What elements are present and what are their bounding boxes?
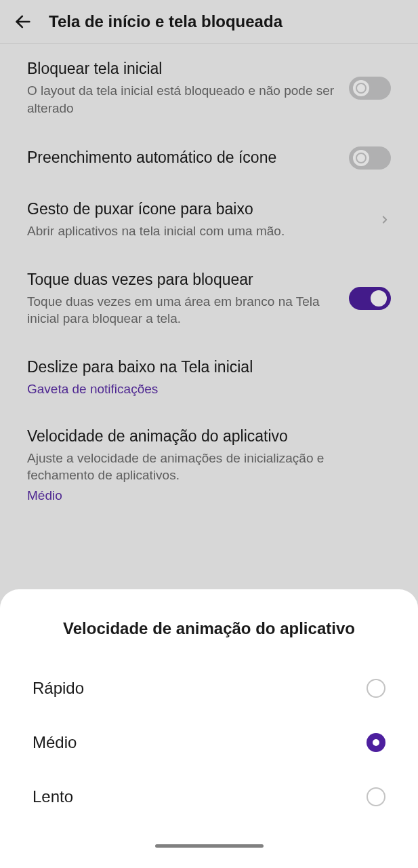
sheet-title: Velocidade de animação do aplicativo bbox=[0, 619, 418, 638]
option-medio[interactable]: Médio bbox=[0, 715, 418, 770]
option-label: Lento bbox=[33, 787, 73, 806]
radio-selected[interactable] bbox=[367, 733, 385, 752]
option-label: Médio bbox=[33, 733, 77, 752]
radio-unselected[interactable] bbox=[367, 679, 385, 698]
option-lento[interactable]: Lento bbox=[0, 770, 418, 824]
bottom-sheet: Velocidade de animação do aplicativo Ráp… bbox=[0, 589, 418, 868]
home-indicator[interactable] bbox=[155, 844, 264, 848]
radio-unselected[interactable] bbox=[367, 787, 385, 806]
option-rapido[interactable]: Rápido bbox=[0, 661, 418, 715]
option-label: Rápido bbox=[33, 679, 84, 698]
